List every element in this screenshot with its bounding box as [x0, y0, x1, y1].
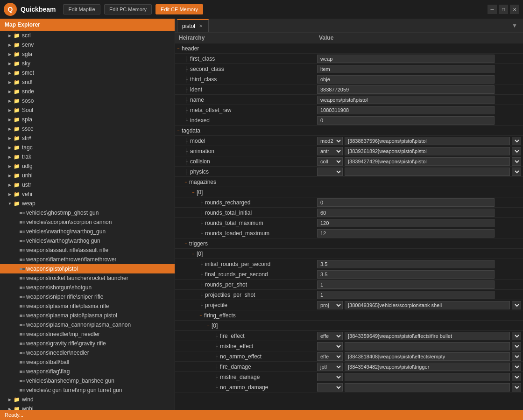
sidebar-item[interactable]: ▶📁unhi [0, 171, 175, 180]
ref-type-select[interactable]: proj [317, 301, 343, 309]
sidebar-item[interactable]: ▶📁soso [0, 96, 175, 105]
ref-type-select-empty[interactable] [317, 342, 343, 350]
row-expand-icon[interactable]: − [183, 240, 189, 247]
tree-expand-icon[interactable]: ▶ [7, 32, 13, 39]
sidebar-item[interactable]: vehicles\warthog\warthog gun [0, 236, 175, 245]
sidebar-item[interactable]: weapons\flag\flag [0, 367, 175, 376]
value-input[interactable] [317, 116, 495, 125]
ref-dropdown-empty[interactable] [512, 168, 521, 176]
ref-type-select-empty[interactable] [317, 383, 343, 392]
sidebar-item[interactable]: vehicles\banshee\mp_banshee gun [0, 376, 175, 385]
row-expand-icon[interactable]: − [175, 45, 182, 52]
sidebar-item[interactable]: weapons\flamethrower\flamethrower [0, 255, 175, 264]
value-input[interactable] [317, 85, 495, 94]
tab-dropdown-icon[interactable]: ▼ [508, 22, 521, 29]
ref-value-input-empty[interactable] [345, 342, 510, 350]
sidebar-item[interactable]: ▶📁ssce [0, 124, 175, 133]
minimize-button[interactable]: ─ [488, 5, 497, 14]
tree-expand-icon[interactable]: ▶ [7, 163, 13, 169]
row-expand-icon[interactable]: − [190, 189, 197, 196]
sidebar-item[interactable]: ▶📁wphi [0, 404, 175, 410]
tree-expand-icon[interactable]: ▶ [7, 42, 13, 48]
tree-expand-icon[interactable]: ▶ [7, 126, 13, 132]
tree-expand-icon[interactable]: ▶ [7, 154, 13, 160]
ref-value-input-empty[interactable] [345, 168, 510, 176]
close-button[interactable]: ✕ [510, 5, 519, 14]
ref-dropdown[interactable] [512, 352, 521, 361]
edit-mapfile-button[interactable]: Edit Mapfile [63, 4, 100, 14]
sidebar-item[interactable]: ▶📁scrl [0, 31, 175, 40]
sidebar-item[interactable]: ▶📁ustr [0, 180, 175, 189]
ref-type-select[interactable]: antr [317, 147, 343, 155]
ref-value-input[interactable] [345, 157, 510, 166]
tree-expand-icon[interactable]: ▶ [7, 51, 13, 57]
tree-expand-icon[interactable]: ▶ [7, 172, 13, 179]
ref-type-select-empty[interactable] [317, 373, 343, 381]
value-input[interactable] [317, 219, 495, 227]
sidebar-item[interactable]: weapons\needler\mp_needler [0, 329, 175, 339]
tree-expand-icon[interactable]: ▶ [7, 144, 13, 151]
row-expand-icon[interactable]: − [198, 312, 204, 319]
ref-value-input[interactable] [345, 301, 510, 309]
sidebar-item[interactable]: vehicles\scorpion\scorpion cannon [0, 217, 175, 227]
tree-expand-icon[interactable]: ▶ [7, 135, 13, 141]
tree-expand-icon[interactable]: ▼ [7, 200, 13, 207]
value-input[interactable] [317, 229, 495, 238]
sidebar-item[interactable]: ▶📁str# [0, 133, 175, 143]
ref-dropdown-empty[interactable] [512, 373, 521, 381]
sidebar-item[interactable]: weapons\ball\ball [0, 357, 175, 367]
ref-value-input[interactable] [345, 137, 510, 145]
tree-expand-icon[interactable]: ▶ [7, 107, 13, 113]
ref-type-select[interactable]: jptl [317, 363, 343, 371]
tree-expand-icon[interactable]: ▶ [7, 88, 13, 95]
ref-dropdown[interactable] [512, 363, 521, 371]
tree-expand-icon[interactable]: ▶ [7, 191, 13, 197]
value-input[interactable] [317, 75, 495, 84]
sidebar-item[interactable]: vehicles\ghost\mp_ghost gun [0, 208, 175, 217]
sidebar-item[interactable]: ▶📁sgla [0, 49, 175, 59]
value-input[interactable] [317, 270, 495, 279]
sidebar-item[interactable]: ▶📁spla [0, 115, 175, 124]
sidebar-item[interactable]: ▶📁trak [0, 152, 175, 161]
sidebar-item[interactable]: weapons\pistol\pistol [0, 264, 175, 273]
sidebar-item[interactable]: ▶📁tagc [0, 143, 175, 152]
sidebar-item[interactable]: ▶📁senv [0, 40, 175, 49]
ref-dropdown[interactable] [512, 332, 521, 340]
tree-expand-icon[interactable]: ▶ [7, 60, 13, 67]
ref-dropdown-empty[interactable] [512, 383, 521, 392]
tree-expand-icon[interactable]: ▶ [7, 116, 13, 123]
row-expand-icon[interactable]: − [205, 322, 212, 329]
value-input[interactable] [317, 260, 495, 268]
sidebar-item[interactable]: ▶📁vehi [0, 189, 175, 199]
ref-dropdown[interactable] [512, 147, 521, 155]
ref-value-input-empty[interactable] [345, 383, 510, 392]
ref-value-input[interactable] [345, 332, 510, 340]
ref-dropdown[interactable] [512, 157, 521, 166]
value-input[interactable] [317, 280, 495, 289]
tree-expand-icon[interactable]: ▶ [7, 182, 13, 188]
row-expand-icon[interactable]: − [190, 251, 197, 257]
edit-pc-memory-button[interactable]: Edit PC Memory [104, 4, 152, 14]
table-body[interactable]: −header├first_class├second_class├third_c… [175, 43, 523, 410]
sidebar-item[interactable]: weapons\plasma rifle\plasma rifle [0, 301, 175, 311]
ref-value-input[interactable] [345, 363, 510, 371]
sidebar-item[interactable]: ▶📁sky [0, 59, 175, 68]
maximize-button[interactable]: □ [499, 5, 508, 14]
sidebar-content[interactable]: ▶📁scrl▶📁senv▶📁sgla▶📁sky▶📁smet▶📁snd!▶📁snd… [0, 31, 175, 410]
ref-type-select[interactable]: mod2 [317, 137, 343, 145]
value-input[interactable] [317, 291, 495, 299]
sidebar-item[interactable]: weapons\shotgun\shotgun [0, 283, 175, 292]
ref-type-select[interactable]: effe [317, 332, 343, 340]
sidebar-item[interactable]: ▶📁wind [0, 395, 175, 404]
value-input[interactable] [317, 65, 495, 73]
ref-value-input[interactable] [345, 147, 510, 155]
ref-dropdown[interactable] [512, 301, 521, 309]
tree-expand-icon[interactable]: ▶ [7, 79, 13, 85]
tree-expand-icon[interactable]: ▶ [7, 98, 13, 104]
value-input[interactable] [317, 106, 495, 114]
tree-expand-icon[interactable]: ▶ [7, 406, 13, 410]
sidebar-item[interactable]: weapons\plasma_cannon\plasma_cannon [0, 320, 175, 329]
ref-dropdown[interactable] [512, 137, 521, 145]
sidebar-item[interactable]: ▶📁smet [0, 68, 175, 77]
sidebar-item[interactable]: weapons\assault rifle\assault rifle [0, 245, 175, 255]
